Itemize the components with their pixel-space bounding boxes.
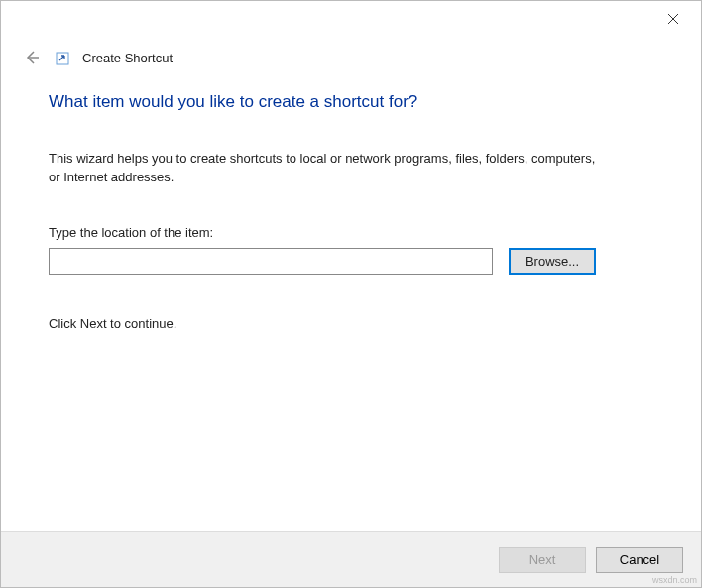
browse-button[interactable]: Browse... — [509, 248, 596, 275]
description-text: This wizard helps you to create shortcut… — [49, 150, 604, 187]
continue-text: Click Next to continue. — [49, 316, 653, 331]
location-row: Browse... — [49, 248, 653, 275]
content-area: What item would you like to create a sho… — [1, 68, 701, 531]
location-label: Type the location of the item: — [49, 225, 653, 240]
shortcut-icon — [55, 51, 70, 66]
titlebar — [1, 1, 701, 35]
wizard-title: Create Shortcut — [82, 51, 173, 65]
back-button[interactable] — [21, 47, 43, 68]
location-input[interactable] — [49, 248, 493, 275]
close-button[interactable] — [653, 5, 693, 33]
close-icon — [667, 13, 679, 25]
wizard-window: Create Shortcut What item would you like… — [0, 0, 702, 588]
header-row: Create Shortcut — [1, 35, 701, 68]
cancel-button[interactable]: Cancel — [596, 547, 683, 573]
back-arrow-icon — [24, 50, 40, 65]
svg-rect-3 — [57, 53, 68, 64]
footer: Next Cancel — [1, 531, 701, 587]
next-button: Next — [499, 547, 586, 573]
main-heading: What item would you like to create a sho… — [49, 92, 653, 112]
